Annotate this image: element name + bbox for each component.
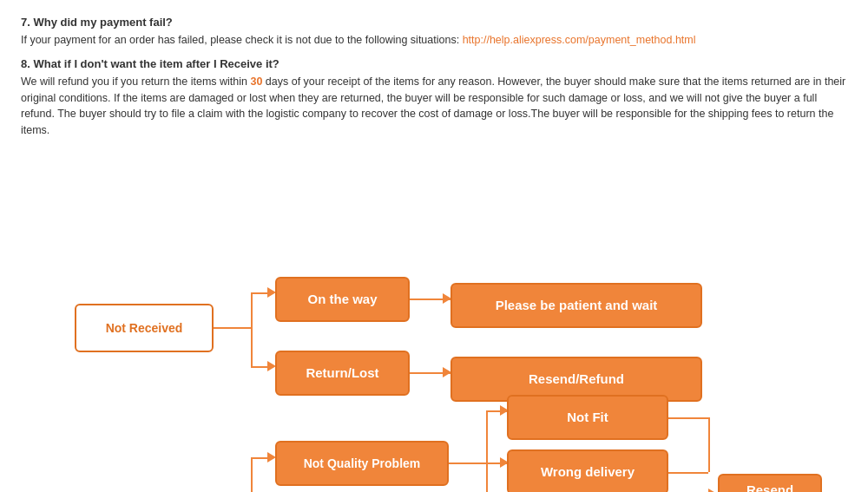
not-received-box: Not Received	[75, 304, 214, 352]
payment-link[interactable]: http://help.aliexpress.com/payment_metho…	[463, 34, 696, 46]
section-7: 7. Why did my payment fail? If your paym…	[21, 16, 847, 49]
flowchart: Not Received On the way Please be patien…	[21, 148, 854, 486]
arrow-rrd	[708, 489, 717, 492]
section-8-text: We will refund you if you return the ite…	[21, 74, 847, 139]
line-nr-fork	[214, 327, 252, 329]
line-fork2-v	[486, 410, 488, 492]
line-recv-fork-v	[251, 457, 253, 492]
section-7-text: If your payment for an order has failed,…	[21, 32, 847, 49]
section-8-title: 8. What if I don't want the item after I…	[21, 57, 847, 70]
wrong-delivery-box: Wrong delivery	[507, 449, 668, 492]
not-quality-problem-box: Not Quality Problem	[275, 441, 449, 486]
on-the-way-box: On the way	[275, 277, 410, 322]
line-fork-v-top	[251, 292, 253, 367]
not-fit-box: Not Fit	[507, 395, 668, 440]
page: 7. Why did my payment fail? If your paym…	[0, 0, 868, 492]
line-nqp-fork2	[449, 462, 487, 464]
line-rrd-v-top	[708, 417, 710, 472]
resend-refund-discount-box: Resend Refund Discount	[718, 474, 822, 492]
section-7-title: 7. Why did my payment fail?	[21, 16, 847, 29]
line-notfit-to-rrd	[668, 417, 708, 419]
return-lost-box: Return/Lost	[275, 351, 410, 396]
please-be-patient-box: Please be patient and wait	[450, 283, 702, 328]
section-8: 8. What if I don't want the item after I…	[21, 57, 847, 139]
line-wrongdel-to-rrd	[668, 472, 708, 474]
